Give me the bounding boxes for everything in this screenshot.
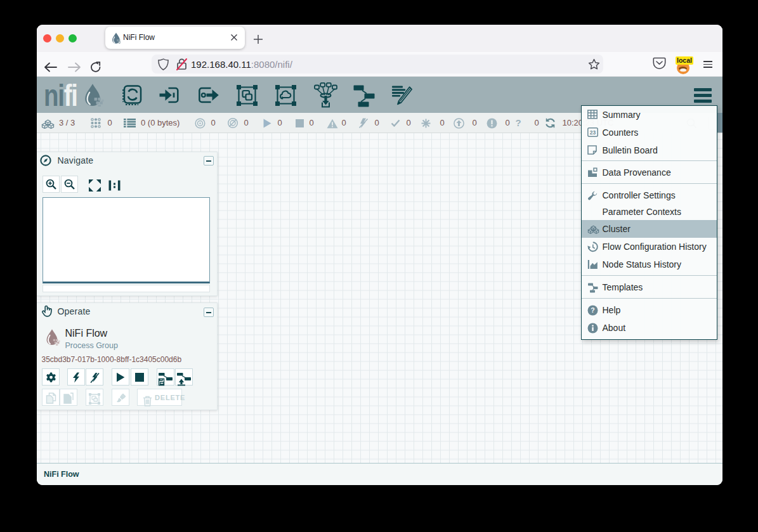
svg-text:?: ?	[591, 306, 594, 314]
svg-text:23: 23	[589, 129, 596, 136]
